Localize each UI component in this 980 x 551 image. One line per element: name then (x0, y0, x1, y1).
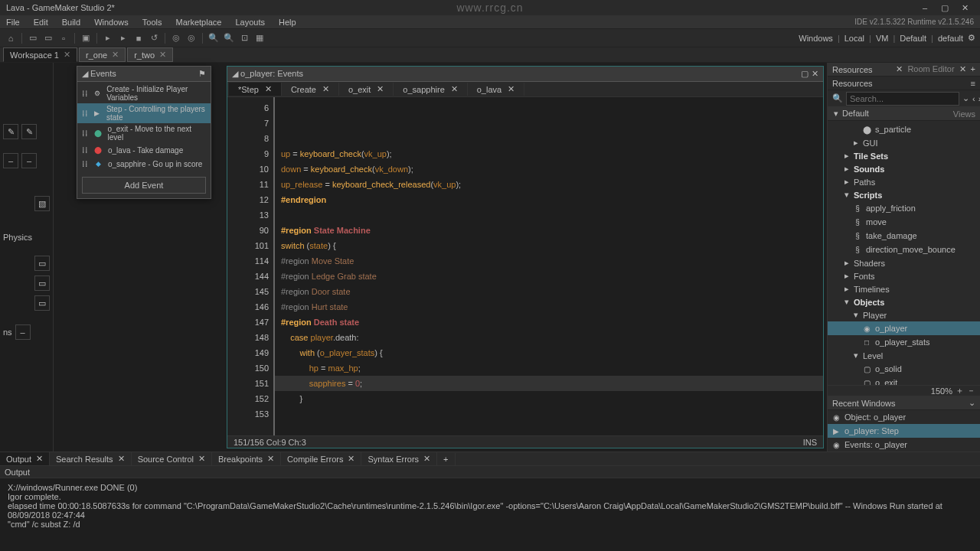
workspace-tab[interactable]: r_one✕ (79, 47, 126, 62)
code-tab[interactable]: Create✕ (282, 83, 339, 96)
close-button[interactable]: ✕ (956, 2, 974, 14)
chevron-icon[interactable]: ▸ (843, 284, 851, 294)
recent-collapse-icon[interactable]: ⌄ (969, 398, 975, 408)
code-tab[interactable]: o_exit✕ (339, 83, 394, 96)
zoom-plus-icon[interactable]: ＋ (956, 385, 964, 396)
menu-tools[interactable]: Tools (142, 18, 162, 27)
menu-marketplace[interactable]: Marketplace (175, 18, 221, 27)
code-tab[interactable]: *Step✕ (229, 83, 282, 96)
check-icon[interactable]: ▧ (34, 196, 50, 211)
room-editor-tab[interactable]: Room Editor (907, 64, 954, 74)
tab-close-icon[interactable]: ✕ (198, 454, 205, 464)
menu-build[interactable]: Build (62, 18, 80, 27)
target-3[interactable]: Default (900, 34, 926, 43)
event-item[interactable]: ⁞⁞▶Step - Controlling the players state (77, 103, 211, 123)
tree-node[interactable]: ▸Tile Sets (828, 149, 980, 162)
nav-prev-icon[interactable]: ‹ (972, 94, 975, 103)
tab-close-icon[interactable]: ✕ (36, 454, 43, 464)
brush-icon[interactable]: ✎ (21, 124, 37, 139)
gear-icon[interactable]: ⚙ (968, 33, 975, 43)
target-icon[interactable]: ◎ (170, 32, 182, 44)
tab-close-icon[interactable]: ✕ (112, 50, 119, 60)
home-icon[interactable]: ⌂ (5, 32, 17, 44)
zoomreset-icon[interactable]: ⊡ (238, 32, 250, 44)
tab-close-icon[interactable]: ✕ (267, 454, 274, 464)
tree-node[interactable]: §move (828, 215, 980, 229)
tab-close-icon[interactable]: ✕ (423, 454, 430, 464)
bottom-tab[interactable]: Breakpoints✕ (212, 452, 281, 465)
open-icon[interactable]: ▭ (42, 32, 54, 44)
menu-file[interactable]: File (6, 18, 20, 27)
menu-layouts[interactable]: Layouts (235, 18, 265, 27)
chevron-icon[interactable]: ▸ (843, 258, 851, 268)
phys3-icon[interactable]: ▭ (34, 295, 50, 311)
stop-icon[interactable]: ■ (132, 32, 145, 44)
tree-node[interactable]: ▸Paths (828, 175, 980, 188)
clean-icon[interactable]: ↺ (148, 32, 160, 44)
zoom-minus-icon[interactable]: － (967, 385, 975, 396)
tree-node[interactable]: ▢o_exit (828, 376, 980, 385)
tree-node[interactable]: ▸GUI (828, 136, 980, 149)
chevron-icon[interactable]: ▸ (843, 177, 851, 187)
recent-item[interactable]: ▶o_player: Step (828, 424, 980, 438)
dash-icon[interactable]: – (3, 153, 18, 168)
menu-windows[interactable]: Windows (94, 18, 129, 27)
bottom-tab[interactable]: Output✕ (0, 452, 50, 465)
search-expand-icon[interactable]: ⌄ (962, 93, 969, 103)
chevron-icon[interactable]: ▾ (852, 310, 860, 320)
code-close-icon[interactable]: ✕ (812, 69, 818, 79)
chevron-icon[interactable]: ▸ (852, 138, 860, 148)
tab-close-icon[interactable]: ✕ (508, 84, 514, 94)
search-input[interactable] (846, 92, 959, 106)
maximize-button[interactable]: ▢ (936, 2, 954, 14)
code-tab[interactable]: o_sapphire✕ (394, 83, 467, 96)
tree-node[interactable]: ⬤s_particle (828, 122, 980, 136)
tree-node[interactable]: ▸Shaders (828, 256, 980, 269)
bottom-tab[interactable]: Compile Errors✕ (281, 452, 361, 465)
bottom-tab[interactable]: Search Results✕ (50, 452, 132, 465)
resources-menu-icon[interactable]: ≡ (971, 79, 975, 88)
tree-node[interactable]: ▾Level (828, 349, 980, 362)
events-flag-icon[interactable]: ⚑ (198, 69, 206, 79)
target-2[interactable]: VM (876, 34, 889, 43)
chevron-icon[interactable]: ▾ (843, 190, 851, 200)
target-0[interactable]: Windows (799, 34, 833, 43)
grid-icon[interactable]: ▦ (253, 32, 266, 44)
tree-node[interactable]: §direction_move_bounce (828, 243, 980, 256)
tree-node[interactable]: §take_damage (828, 229, 980, 243)
editor-body[interactable]: 6789101112139010111414414514614714814915… (227, 97, 823, 435)
code-max-icon[interactable]: ▢ (801, 69, 808, 79)
tree-node[interactable]: ▾Objects (828, 295, 980, 308)
config-icon[interactable]: ◎ (185, 32, 198, 44)
tree-node[interactable]: ▸Timelines (828, 282, 980, 295)
default-label[interactable]: Default (842, 109, 869, 118)
zoomout-icon[interactable]: 🔍 (223, 32, 235, 44)
views-label[interactable]: Views (953, 109, 975, 119)
workspace-tab[interactable]: r_two✕ (127, 47, 173, 62)
chevron-icon[interactable]: ▾ (843, 297, 851, 307)
dash2-icon[interactable]: – (21, 153, 37, 168)
event-item[interactable]: ⁞⁞⬤o_exit - Move to the next level (77, 123, 211, 143)
recent-item[interactable]: ◉Object: o_player (828, 410, 980, 424)
phys2-icon[interactable]: ▭ (34, 276, 50, 291)
chevron-icon[interactable]: ▸ (843, 151, 851, 161)
tab-close-icon[interactable]: ✕ (64, 50, 70, 60)
tree-node[interactable]: ▸Fonts (828, 269, 980, 282)
minimize-button[interactable]: – (916, 2, 934, 14)
pencil-icon[interactable]: ✎ (3, 124, 18, 139)
save-icon[interactable]: ▫ (57, 32, 70, 44)
zoomin-icon[interactable]: 🔍 (207, 32, 220, 44)
bottom-tab[interactable]: Source Control✕ (132, 452, 212, 465)
phys1-icon[interactable]: ▭ (34, 256, 50, 271)
menu-edit[interactable]: Edit (34, 18, 48, 27)
tree-node[interactable]: ▾Scripts (828, 188, 980, 201)
room-editor-close-icon[interactable]: ✕ (959, 64, 966, 74)
tree-node[interactable]: ▢o_solid (828, 362, 980, 376)
debug-icon[interactable]: ▸ (102, 32, 114, 44)
tree-node[interactable]: §apply_friction (828, 201, 980, 215)
chevron-icon[interactable]: ▸ (843, 164, 851, 174)
resources-close-icon[interactable]: ✕ (896, 64, 903, 74)
tab-close-icon[interactable]: ✕ (322, 84, 329, 94)
new-icon[interactable]: ▭ (27, 32, 39, 44)
tab-close-icon[interactable]: ✕ (265, 84, 272, 94)
